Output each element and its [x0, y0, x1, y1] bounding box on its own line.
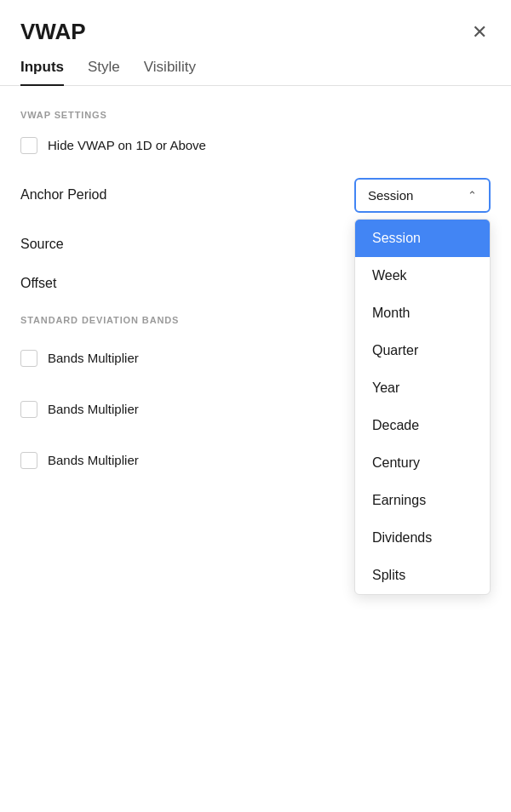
bands-checkbox-3[interactable] [20, 452, 37, 469]
dropdown-item-year[interactable]: Year [355, 369, 490, 407]
header: VWAP ✕ [0, 0, 511, 59]
dropdown-item-week[interactable]: Week [355, 257, 490, 294]
dropdown-item-session[interactable]: Session [355, 220, 490, 257]
content-area: VWAP SETTINGS Hide VWAP on 1D or Above A… [0, 86, 511, 477]
tab-inputs[interactable]: Inputs [20, 59, 64, 86]
hide-vwap-label: Hide VWAP on 1D or Above [48, 138, 206, 152]
offset-label: Offset [20, 276, 56, 291]
tabs-bar: Inputs Style Visibility [0, 59, 511, 86]
dropdown-item-splits[interactable]: Splits [355, 557, 490, 594]
page-title: VWAP [20, 19, 86, 45]
tab-visibility[interactable]: Visibility [144, 59, 196, 86]
dropdown-item-earnings[interactable]: Earnings [355, 482, 490, 519]
hide-vwap-row: Hide VWAP on 1D or Above [20, 137, 491, 154]
anchor-period-dropdown-menu: Session Week Month Quarter Year Decade C… [354, 219, 491, 595]
bands-label-2: Bands Multiplier [48, 402, 139, 416]
vwap-settings-label: VWAP SETTINGS [20, 110, 491, 120]
anchor-period-value: Session [368, 188, 413, 203]
bands-label-1: Bands Multiplier [48, 351, 139, 365]
main-container: VWAP ✕ Inputs Style Visibility VWAP SETT… [0, 0, 511, 812]
anchor-period-label: Anchor Period [20, 187, 106, 203]
dropdown-item-dividends[interactable]: Dividends [355, 519, 490, 557]
anchor-period-dropdown[interactable]: Session ⌃ [354, 178, 491, 213]
hide-vwap-checkbox[interactable] [20, 137, 37, 154]
dropdown-item-quarter[interactable]: Quarter [355, 332, 490, 369]
dropdown-item-decade[interactable]: Decade [355, 407, 490, 444]
tab-style[interactable]: Style [88, 59, 120, 86]
chevron-up-icon: ⌃ [468, 189, 477, 202]
anchor-period-row: Anchor Period Session ⌃ Session Week Mon… [20, 178, 491, 213]
bands-checkbox-1[interactable] [20, 350, 37, 367]
close-button[interactable]: ✕ [468, 20, 491, 45]
source-label: Source [20, 237, 64, 252]
dropdown-item-month[interactable]: Month [355, 294, 490, 332]
bands-checkbox-2[interactable] [20, 401, 37, 418]
bands-label-3: Bands Multiplier [48, 453, 139, 467]
dropdown-item-century[interactable]: Century [355, 444, 490, 482]
